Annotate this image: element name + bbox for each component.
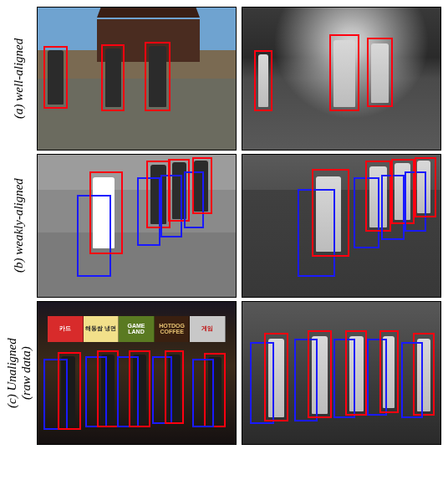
red-bounding-box xyxy=(43,46,67,109)
red-bounding-box xyxy=(308,330,331,418)
red-bounding-box xyxy=(97,350,119,427)
store-sign: HOTDOG COFFEE xyxy=(155,316,191,342)
figure-grid: (a) well-aligned (b) weakly-aligned (c) … xyxy=(7,7,441,445)
row-label-a: (a) well-aligned xyxy=(7,7,32,151)
panel-c-visible: 카드해동쌈 냉면GAME LANDHOTDOG COFFEE게임 xyxy=(37,301,237,445)
store-sign: 카드 xyxy=(48,316,84,342)
red-bounding-box xyxy=(379,330,400,413)
panel-b-visible xyxy=(37,154,237,298)
panel-a-thermal xyxy=(242,7,441,151)
storefront-signboard: 카드해동쌈 냉면GAME LANDHOTDOG COFFEE게임 xyxy=(48,316,226,342)
red-bounding-box xyxy=(264,333,288,421)
red-bounding-box xyxy=(101,44,125,111)
red-bounding-box xyxy=(254,50,272,111)
blue-bounding-box xyxy=(192,359,214,427)
red-bounding-box xyxy=(329,34,359,111)
red-bounding-box xyxy=(367,38,393,107)
row-label-c: (c) Unaligned (raw data) xyxy=(7,301,32,445)
store-sign: 게임 xyxy=(190,316,226,342)
red-bounding-box xyxy=(415,157,436,217)
red-bounding-box xyxy=(345,330,367,416)
red-bounding-box xyxy=(129,350,150,427)
red-bounding-box xyxy=(312,169,349,257)
red-bounding-box xyxy=(58,352,81,431)
panel-c-thermal xyxy=(242,301,441,445)
red-bounding-box xyxy=(165,350,185,424)
panel-a-visible xyxy=(37,7,237,151)
store-sign: 해동쌈 냉면 xyxy=(84,316,120,342)
blue-bounding-box xyxy=(401,342,423,419)
red-bounding-box xyxy=(145,42,171,111)
red-bounding-box xyxy=(192,157,212,214)
red-bounding-box xyxy=(89,171,123,254)
store-sign: GAME LAND xyxy=(119,316,155,342)
panel-b-thermal xyxy=(242,154,441,298)
row-label-b: (b) weakly-aligned xyxy=(7,154,32,298)
